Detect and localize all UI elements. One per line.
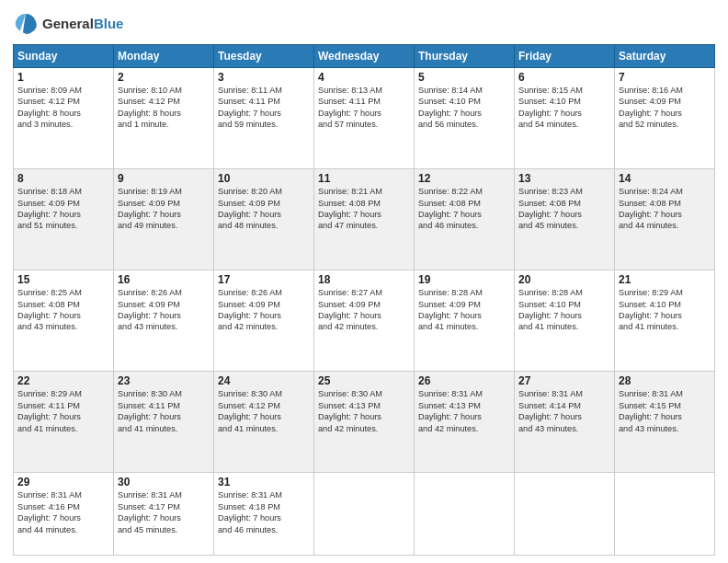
sunset-label: Sunset: 4:10 PM: [518, 300, 581, 309]
calendar-cell: 20Sunrise: 8:28 AMSunset: 4:10 PMDayligh…: [515, 270, 615, 372]
calendar-cell: 18Sunrise: 8:27 AMSunset: 4:09 PMDayligh…: [314, 270, 415, 372]
page: GeneralBlue SundayMondayTuesdayWednesday…: [0, 0, 728, 563]
calendar-cell: 26Sunrise: 8:31 AMSunset: 4:13 PMDayligh…: [415, 372, 515, 473]
daylight-label: Daylight: 7 hours: [17, 412, 81, 421]
sunrise-label: Sunrise: 8:29 AM: [17, 389, 82, 398]
logo-text: GeneralBlue: [42, 17, 123, 32]
sunrise-label: Sunrise: 8:19 AM: [118, 187, 182, 196]
daylight-minutes: and 43 minutes.: [118, 322, 177, 331]
calendar-cell: 3Sunrise: 8:11 AMSunset: 4:11 PMDaylight…: [214, 68, 314, 169]
day-number: 26: [418, 374, 510, 387]
calendar-cell: 27Sunrise: 8:31 AMSunset: 4:14 PMDayligh…: [515, 372, 615, 473]
day-info: Sunrise: 8:21 AMSunset: 4:08 PMDaylight:…: [318, 186, 410, 232]
calendar-week-3: 15Sunrise: 8:25 AMSunset: 4:08 PMDayligh…: [14, 270, 715, 372]
calendar-cell: 15Sunrise: 8:25 AMSunset: 4:08 PMDayligh…: [14, 270, 114, 372]
daylight-label: Daylight: 7 hours: [17, 210, 81, 219]
sunset-label: Sunset: 4:08 PM: [418, 199, 481, 208]
sunset-label: Sunset: 4:10 PM: [518, 97, 581, 106]
daylight-label: Daylight: 7 hours: [318, 210, 381, 219]
calendar-cell: 29Sunrise: 8:31 AMSunset: 4:16 PMDayligh…: [14, 473, 114, 556]
day-number: 14: [619, 172, 711, 185]
calendar-cell: 17Sunrise: 8:26 AMSunset: 4:09 PMDayligh…: [214, 270, 314, 372]
col-header-wednesday: Wednesday: [314, 45, 415, 68]
day-number: 29: [17, 476, 109, 488]
day-number: 30: [118, 476, 210, 488]
col-header-friday: Friday: [515, 45, 615, 68]
sunrise-label: Sunrise: 8:31 AM: [518, 389, 583, 398]
daylight-label: Daylight: 7 hours: [318, 412, 381, 421]
calendar-cell: 1Sunrise: 8:09 AMSunset: 4:12 PMDaylight…: [14, 68, 114, 169]
day-number: 2: [118, 71, 210, 84]
daylight-label: Daylight: 7 hours: [218, 311, 281, 320]
day-info: Sunrise: 8:30 AMSunset: 4:12 PMDaylight:…: [218, 388, 310, 434]
daylight-minutes: and 43 minutes.: [17, 322, 77, 331]
day-info: Sunrise: 8:27 AMSunset: 4:09 PMDaylight:…: [318, 287, 410, 333]
day-number: 11: [318, 172, 410, 185]
daylight-label: Daylight: 7 hours: [518, 412, 582, 421]
day-number: 31: [218, 476, 310, 488]
daylight-label: Daylight: 7 hours: [418, 412, 482, 421]
daylight-minutes: and 57 minutes.: [318, 120, 378, 129]
col-header-sunday: Sunday: [14, 45, 114, 68]
daylight-minutes: and 45 minutes.: [518, 221, 578, 230]
daylight-label: Daylight: 7 hours: [218, 412, 281, 421]
sunset-label: Sunset: 4:11 PM: [118, 401, 180, 410]
calendar-cell: 5Sunrise: 8:14 AMSunset: 4:10 PMDaylight…: [415, 68, 515, 169]
daylight-label: Daylight: 7 hours: [418, 210, 482, 219]
day-number: 3: [218, 71, 310, 84]
calendar-week-5: 29Sunrise: 8:31 AMSunset: 4:16 PMDayligh…: [14, 473, 715, 556]
sunrise-label: Sunrise: 8:20 AM: [218, 187, 282, 196]
calendar-week-1: 1Sunrise: 8:09 AMSunset: 4:12 PMDaylight…: [14, 68, 715, 169]
daylight-minutes: and 44 minutes.: [17, 525, 77, 534]
calendar-cell: 28Sunrise: 8:31 AMSunset: 4:15 PMDayligh…: [615, 372, 715, 473]
sunset-label: Sunset: 4:10 PM: [418, 97, 481, 106]
day-number: 18: [318, 273, 410, 286]
calendar-table: SundayMondayTuesdayWednesdayThursdayFrid…: [13, 44, 715, 556]
day-info: Sunrise: 8:29 AMSunset: 4:10 PMDaylight:…: [619, 287, 711, 333]
day-info: Sunrise: 8:31 AMSunset: 4:18 PMDaylight:…: [218, 489, 310, 535]
daylight-label: Daylight: 7 hours: [218, 109, 281, 118]
sunrise-label: Sunrise: 8:18 AM: [17, 187, 82, 196]
day-number: 12: [418, 172, 510, 185]
calendar-cell: 7Sunrise: 8:16 AMSunset: 4:09 PMDaylight…: [615, 68, 715, 169]
day-info: Sunrise: 8:31 AMSunset: 4:16 PMDaylight:…: [17, 489, 109, 535]
calendar-cell: 22Sunrise: 8:29 AMSunset: 4:11 PMDayligh…: [14, 372, 114, 473]
day-number: 24: [218, 374, 310, 387]
sunrise-label: Sunrise: 8:28 AM: [518, 288, 583, 297]
day-number: 9: [118, 172, 210, 185]
calendar-cell: 6Sunrise: 8:15 AMSunset: 4:10 PMDaylight…: [515, 68, 615, 169]
calendar-cell: 16Sunrise: 8:26 AMSunset: 4:09 PMDayligh…: [114, 270, 214, 372]
sunset-label: Sunset: 4:16 PM: [17, 502, 80, 511]
sunset-label: Sunset: 4:09 PM: [118, 300, 180, 309]
sunset-label: Sunset: 4:13 PM: [418, 401, 481, 410]
sunset-label: Sunset: 4:10 PM: [619, 300, 681, 309]
calendar-cell: 4Sunrise: 8:13 AMSunset: 4:11 PMDaylight…: [314, 68, 415, 169]
sunrise-label: Sunrise: 8:10 AM: [118, 86, 182, 95]
sunrise-label: Sunrise: 8:26 AM: [218, 288, 282, 297]
day-number: 15: [17, 273, 109, 286]
day-info: Sunrise: 8:31 AMSunset: 4:13 PMDaylight:…: [418, 388, 510, 434]
sunset-label: Sunset: 4:08 PM: [619, 199, 681, 208]
sunrise-label: Sunrise: 8:22 AM: [418, 187, 483, 196]
sunrise-label: Sunrise: 8:31 AM: [17, 490, 82, 500]
daylight-minutes: and 42 minutes.: [318, 322, 378, 331]
day-info: Sunrise: 8:26 AMSunset: 4:09 PMDaylight:…: [118, 287, 210, 333]
calendar-cell: [615, 473, 715, 556]
day-number: 23: [118, 374, 210, 387]
sunset-label: Sunset: 4:08 PM: [518, 199, 581, 208]
calendar-cell: 21Sunrise: 8:29 AMSunset: 4:10 PMDayligh…: [615, 270, 715, 372]
calendar-cell: 9Sunrise: 8:19 AMSunset: 4:09 PMDaylight…: [114, 169, 214, 270]
calendar-cell: 11Sunrise: 8:21 AMSunset: 4:08 PMDayligh…: [314, 169, 415, 270]
sunrise-label: Sunrise: 8:31 AM: [218, 490, 282, 500]
sunset-label: Sunset: 4:11 PM: [218, 97, 280, 106]
col-header-monday: Monday: [114, 45, 214, 68]
calendar-week-4: 22Sunrise: 8:29 AMSunset: 4:11 PMDayligh…: [14, 372, 715, 473]
sunrise-label: Sunrise: 8:31 AM: [619, 389, 683, 398]
calendar-cell: 10Sunrise: 8:20 AMSunset: 4:09 PMDayligh…: [214, 169, 314, 270]
logo: GeneralBlue: [13, 11, 123, 37]
daylight-label: Daylight: 7 hours: [619, 311, 682, 320]
calendar-cell: 31Sunrise: 8:31 AMSunset: 4:18 PMDayligh…: [214, 473, 314, 556]
daylight-minutes: and 1 minute.: [118, 120, 169, 129]
calendar-cell: 23Sunrise: 8:30 AMSunset: 4:11 PMDayligh…: [114, 372, 214, 473]
daylight-label: Daylight: 7 hours: [118, 210, 181, 219]
